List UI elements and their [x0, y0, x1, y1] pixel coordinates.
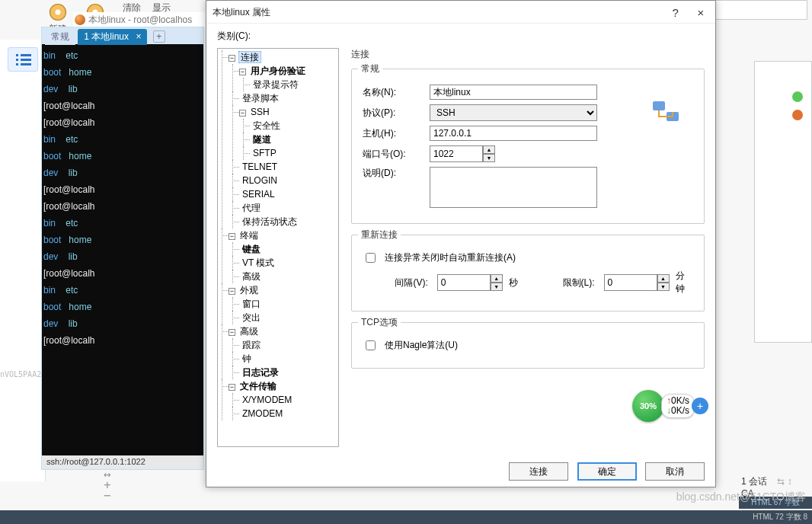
interval-down-button[interactable]: ▼	[491, 283, 503, 291]
terminal-title-label: 本地linux - root@localhos	[88, 14, 192, 25]
svg-point-1	[56, 10, 61, 15]
speed-percent[interactable]: 30%	[632, 390, 664, 422]
connect-button[interactable]: 连接	[509, 462, 568, 481]
bg-window-right	[754, 61, 812, 343]
tree-keyboard[interactable]: 键盘	[241, 244, 262, 254]
terminal-statusbar: ssh://root@127.0.0.1:1022	[42, 455, 203, 469]
vb-new-button[interactable]: 新建	[47, 2, 69, 24]
limit-input[interactable]	[604, 274, 657, 291]
tree-bell[interactable]: 钟	[241, 353, 253, 364]
group-reconnect-legend: 重新连接	[358, 228, 401, 241]
terminal-titlebar[interactable]: 本地linux - root@localhos	[73, 12, 206, 27]
gear-icon	[47, 2, 69, 23]
svg-rect-7	[21, 59, 31, 61]
tree-terminal[interactable]: 终端	[238, 230, 260, 241]
tree-highlight[interactable]: 突出	[241, 312, 262, 323]
tray-balls	[792, 91, 803, 120]
tree-login-prompt[interactable]: 登录提示符	[251, 79, 300, 90]
interval-spinner[interactable]: ▲▼	[437, 274, 503, 291]
tree-serial[interactable]: SERIAL	[241, 189, 277, 200]
tree-telnet[interactable]: TELNET	[241, 161, 279, 172]
dialog-help-button[interactable]: ?	[664, 4, 687, 22]
svg-rect-5	[21, 54, 31, 56]
cancel-button[interactable]: 取消	[645, 462, 705, 481]
tree-vtmode[interactable]: VT 模式	[241, 257, 276, 268]
tree-window[interactable]: 窗口	[241, 299, 262, 309]
category-tree[interactable]: −连接 −用户身份验证 登录提示符 登录脚本 −SSH 安全性 隧道 SFTP	[217, 48, 339, 447]
limit-spinner[interactable]: ▲▼	[604, 274, 670, 291]
svg-rect-4	[16, 54, 18, 56]
nagle-label: 使用Nagle算法(U)	[385, 339, 458, 352]
list-icon	[16, 53, 31, 67]
hash-text: nVOL5PAA2I	[0, 370, 46, 379]
port-input[interactable]	[430, 145, 483, 162]
svg-rect-6	[16, 59, 18, 61]
dialog-titlebar[interactable]: 本地linux 属性 ? ×	[206, 1, 715, 24]
tree-tunnel[interactable]: 隧道	[251, 134, 273, 145]
name-label: 名称(N):	[363, 86, 424, 99]
interval-input[interactable]	[437, 274, 491, 291]
terminal-window: 常规 1 本地linux × + bin etc boot home dev l…	[41, 27, 204, 470]
dialog-footer: 连接 确定 取消	[206, 456, 715, 487]
port-down-button[interactable]: ▼	[483, 154, 495, 162]
auto-reconnect-checkbox[interactable]	[366, 253, 376, 263]
footer-arrows[interactable]: ⇆ ↕	[777, 476, 791, 487]
desc-label: 说明(D):	[363, 167, 424, 180]
tree-auth[interactable]: 用户身份验证	[249, 66, 307, 76]
terminal-body[interactable]: bin etc boot home dev lib [root@localh […	[42, 44, 203, 352]
limit-down-button[interactable]: ▼	[657, 283, 670, 291]
interval-up-button[interactable]: ▲	[491, 274, 503, 283]
terminal-tab-general[interactable]: 常规	[45, 29, 75, 45]
host-label: 主机(H):	[363, 127, 424, 140]
port-spinner[interactable]: ▲▼	[430, 145, 495, 162]
tree-xymodem[interactable]: X/YMODEM	[241, 395, 293, 405]
tree-filetransfer[interactable]: 文件传输	[238, 381, 278, 391]
category-label: 类别(C):	[217, 30, 705, 43]
vb-sidebar	[0, 40, 46, 481]
tree-logging[interactable]: 日志记录	[241, 367, 280, 378]
speed-widget[interactable]: 30% 0K/s 0K/s +	[632, 388, 731, 423]
tree-advanced-t[interactable]: 高级	[241, 271, 262, 282]
tree-proxy[interactable]: 代理	[241, 203, 262, 213]
tree-sftp[interactable]: SFTP	[251, 148, 278, 158]
tree-connection[interactable]: 连接	[238, 51, 261, 63]
group-tcp-legend: TCP选项	[358, 316, 401, 329]
tree-zmodem[interactable]: ZMODEM	[241, 408, 284, 419]
group-general: 常规 名称(N): 协议(P): SSH 主机(H): 端口号(O): ▲▼ 说…	[351, 69, 705, 224]
tree-security[interactable]: 安全性	[251, 120, 282, 131]
tree-login-script[interactable]: 登录脚本	[241, 93, 280, 104]
green-ball-icon	[792, 91, 803, 102]
nagle-checkbox[interactable]	[366, 340, 376, 350]
protocol-select[interactable]: SSH	[430, 104, 597, 121]
auto-reconnect-label: 连接异常关闭时自动重新连接(A)	[385, 251, 516, 264]
orange-ball-icon	[792, 110, 803, 120]
speed-plus-button[interactable]: +	[692, 398, 708, 414]
dialog-title-label: 本地linux 属性	[213, 7, 270, 18]
host-input[interactable]	[430, 126, 597, 141]
bg-statusbar: HTML 72 字数 8	[0, 510, 812, 524]
tree-trace[interactable]: 跟踪	[241, 340, 262, 350]
connection-panel: 连接 常规 名称(N): 协议(P): SSH 主机(H): 端口号(O): ▲…	[351, 45, 705, 447]
tree-rlogin[interactable]: RLOGIN	[241, 175, 279, 186]
limit-up-button[interactable]: ▲	[657, 274, 670, 283]
terminal-add-tab-button[interactable]: +	[153, 30, 165, 43]
terminal-tab-active[interactable]: 1 本地linux ×	[78, 29, 147, 45]
tree-advanced[interactable]: 高级	[238, 326, 260, 337]
tree-keepalive[interactable]: 保持活动状态	[241, 216, 299, 227]
group-reconnect: 重新连接 连接异常关闭时自动重新连接(A) 间隔(V): ▲▼ 秒 限制(L):	[351, 235, 705, 312]
tree-ssh[interactable]: SSH	[249, 107, 271, 117]
interval-label: 间隔(V):	[395, 276, 427, 289]
panel-heading: 连接	[351, 48, 705, 61]
port-up-button[interactable]: ▲	[483, 145, 495, 154]
svg-rect-9	[21, 63, 31, 66]
protocol-label: 协议(P):	[363, 107, 424, 120]
name-input[interactable]	[430, 85, 597, 100]
tree-appearance[interactable]: 外观	[238, 285, 260, 296]
minutes-label: 分钟	[676, 270, 693, 296]
watermark: blog.csdn.net@51CTO博客	[676, 490, 806, 504]
terminal-scroll-controls[interactable]: ↔+−	[104, 469, 111, 501]
dialog-close-button[interactable]: ×	[689, 4, 712, 22]
vb-list-toggle[interactable]	[8, 47, 38, 72]
ok-button[interactable]: 确定	[577, 462, 637, 481]
desc-textarea[interactable]	[430, 167, 597, 208]
